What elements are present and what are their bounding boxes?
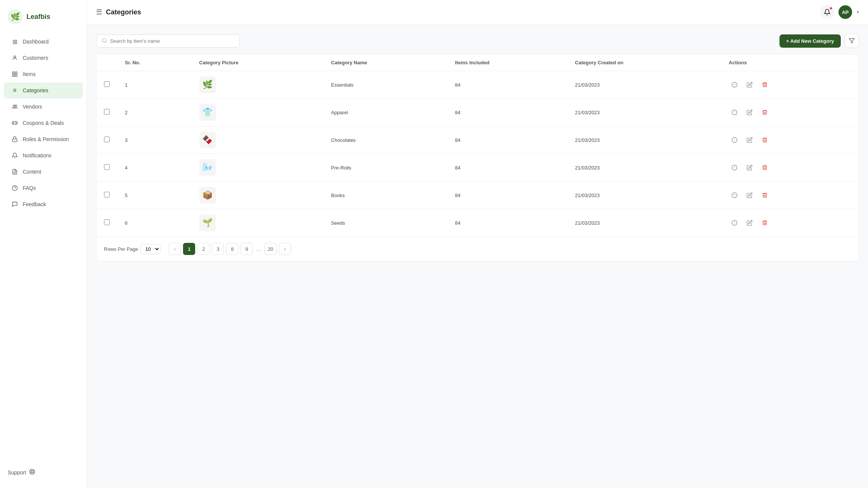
row-picture: 🌱 bbox=[192, 209, 324, 237]
sidebar-label-coupons: Coupons & Deals bbox=[23, 120, 64, 126]
category-image-4: 📦 bbox=[199, 187, 216, 204]
logo[interactable]: 🌿 Leafbis bbox=[0, 6, 87, 33]
row-checkbox-1[interactable] bbox=[104, 109, 110, 115]
row-actions bbox=[721, 71, 859, 99]
page-btn-20[interactable]: 20 bbox=[264, 243, 276, 255]
col-picture: Category Picture bbox=[192, 54, 324, 71]
row-checkbox-5[interactable] bbox=[104, 219, 110, 225]
info-button-5[interactable] bbox=[729, 217, 740, 228]
sidebar-label-vendors: Vendors bbox=[23, 104, 42, 110]
row-sr: 4 bbox=[117, 154, 192, 182]
sidebar-item-vendors[interactable]: Vendors bbox=[4, 99, 83, 115]
pagination-prev[interactable]: ‹ bbox=[169, 243, 181, 255]
page-btn-3[interactable]: 3 bbox=[212, 243, 224, 255]
sidebar-item-roles[interactable]: Roles & Permission bbox=[4, 131, 83, 147]
page-btn-1[interactable]: 1 bbox=[183, 243, 195, 255]
rows-per-page: Rows Per Page 10 20 50 bbox=[104, 244, 160, 254]
row-items: 84 bbox=[447, 126, 567, 154]
info-button-1[interactable] bbox=[729, 107, 740, 118]
avatar[interactable]: AP bbox=[838, 5, 852, 19]
row-sr: 6 bbox=[117, 209, 192, 237]
action-icons-2 bbox=[729, 134, 851, 146]
row-checkbox-cell[interactable] bbox=[96, 209, 117, 237]
row-items: 84 bbox=[447, 182, 567, 209]
delete-button-5[interactable] bbox=[759, 217, 770, 228]
info-button-4[interactable] bbox=[729, 190, 740, 201]
row-name: Apparel bbox=[323, 99, 447, 126]
row-created: 21/03/2023 bbox=[567, 99, 721, 126]
svg-rect-3 bbox=[15, 75, 17, 76]
coupons-icon bbox=[11, 120, 18, 126]
edit-button-5[interactable] bbox=[744, 217, 755, 228]
row-name: Books bbox=[323, 182, 447, 209]
sidebar-item-notifications[interactable]: Notifications bbox=[4, 148, 83, 163]
row-created: 21/03/2023 bbox=[567, 209, 721, 237]
header-checkbox-cell bbox=[96, 54, 117, 71]
info-button-0[interactable] bbox=[729, 79, 740, 90]
edit-button-1[interactable] bbox=[744, 107, 755, 118]
hamburger-icon[interactable]: ☰ bbox=[96, 8, 102, 16]
chevron-down-icon[interactable]: ▾ bbox=[857, 9, 859, 15]
notifications-button[interactable] bbox=[820, 5, 834, 19]
page-btn-2[interactable]: 2 bbox=[197, 243, 210, 255]
col-created: Category Created on bbox=[567, 54, 721, 71]
pagination: Rows Per Page 10 20 50 ‹ 1 2 3 8 9 ... 2… bbox=[96, 236, 859, 261]
sidebar-item-items[interactable]: Items bbox=[4, 66, 83, 82]
sidebar-item-faqs[interactable]: FAQs bbox=[4, 180, 83, 196]
sidebar-item-customers[interactable]: Customers bbox=[4, 50, 83, 66]
page-title: Categories bbox=[106, 8, 141, 16]
row-created: 21/03/2023 bbox=[567, 126, 721, 154]
row-checkbox-4[interactable] bbox=[104, 192, 110, 197]
row-checkbox-0[interactable] bbox=[104, 81, 110, 87]
row-name: Seeds bbox=[323, 209, 447, 237]
pagination-next[interactable]: › bbox=[279, 243, 291, 255]
sidebar-item-feedback[interactable]: Feedback bbox=[4, 196, 83, 212]
search-icon bbox=[102, 38, 107, 44]
row-checkbox-cell[interactable] bbox=[96, 99, 117, 126]
delete-button-3[interactable] bbox=[759, 162, 770, 173]
row-sr: 1 bbox=[117, 71, 192, 99]
row-checkbox-3[interactable] bbox=[104, 164, 110, 170]
row-checkbox-cell[interactable] bbox=[96, 126, 117, 154]
sidebar-item-dashboard[interactable]: ⊞ Dashboard bbox=[4, 34, 83, 50]
delete-button-4[interactable] bbox=[759, 190, 770, 201]
delete-button-0[interactable] bbox=[759, 79, 770, 90]
filter-button[interactable] bbox=[845, 34, 859, 48]
row-items: 84 bbox=[447, 154, 567, 182]
delete-button-2[interactable] bbox=[759, 134, 770, 146]
sidebar-item-coupons[interactable]: Coupons & Deals bbox=[4, 115, 83, 131]
edit-button-3[interactable] bbox=[744, 162, 755, 173]
page-btn-8[interactable]: 8 bbox=[226, 243, 238, 255]
info-button-3[interactable] bbox=[729, 162, 740, 173]
sidebar-label-categories: Categories bbox=[23, 87, 48, 93]
sidebar-label-faqs: FAQs bbox=[23, 185, 36, 191]
add-new-category-button[interactable]: + Add New Category bbox=[779, 34, 841, 48]
search-box[interactable] bbox=[96, 34, 240, 48]
info-button-2[interactable] bbox=[729, 134, 740, 146]
faqs-icon bbox=[11, 185, 18, 191]
delete-button-1[interactable] bbox=[759, 107, 770, 118]
row-checkbox-2[interactable] bbox=[104, 137, 110, 142]
edit-button-0[interactable] bbox=[744, 79, 755, 90]
svg-line-15 bbox=[30, 470, 31, 471]
page-btn-9[interactable]: 9 bbox=[241, 243, 253, 255]
pagination-dots: ... bbox=[255, 246, 262, 252]
notifications-icon bbox=[11, 152, 18, 159]
row-sr: 3 bbox=[117, 126, 192, 154]
row-checkbox-cell[interactable] bbox=[96, 154, 117, 182]
row-checkbox-cell[interactable] bbox=[96, 71, 117, 99]
support-item[interactable]: Support bbox=[8, 469, 79, 476]
rows-per-page-select[interactable]: 10 20 50 bbox=[140, 244, 160, 254]
search-input[interactable] bbox=[110, 38, 234, 44]
edit-button-4[interactable] bbox=[744, 190, 755, 201]
sidebar-item-content[interactable]: Content bbox=[4, 164, 83, 180]
row-picture: 👕 bbox=[192, 99, 324, 126]
category-image-2: 🍫 bbox=[199, 132, 216, 148]
sidebar-item-categories[interactable]: ≡ Categories bbox=[4, 82, 83, 98]
col-actions: Actions bbox=[721, 54, 859, 71]
row-checkbox-cell[interactable] bbox=[96, 182, 117, 209]
edit-button-2[interactable] bbox=[744, 134, 755, 146]
row-picture: 🍫 bbox=[192, 126, 324, 154]
row-created: 21/03/2023 bbox=[567, 154, 721, 182]
action-icons-3 bbox=[729, 162, 851, 173]
